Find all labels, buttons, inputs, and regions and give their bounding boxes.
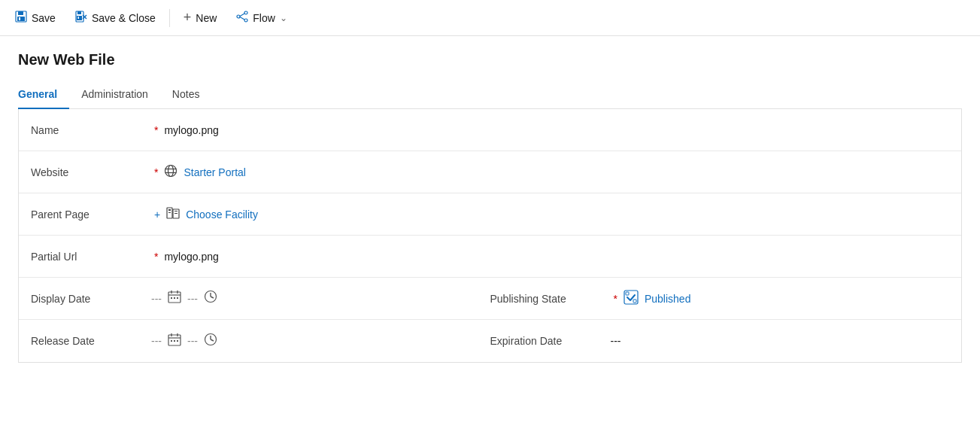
- svg-rect-44: [177, 340, 178, 342]
- page-content: New Web File General Administration Note…: [0, 36, 980, 378]
- save-close-icon: [75, 11, 87, 26]
- display-date-date-value[interactable]: ---: [151, 293, 162, 305]
- toolbar-divider: [169, 9, 170, 27]
- svg-rect-37: [633, 300, 636, 303]
- flow-button[interactable]: Flow ⌄: [227, 6, 296, 30]
- svg-rect-36: [626, 292, 629, 295]
- svg-rect-23: [174, 211, 177, 211]
- field-row-name: Name * mylogo.png: [19, 109, 961, 151]
- parent-page-label: Parent Page: [31, 208, 151, 221]
- publishing-state-text[interactable]: Published: [645, 293, 691, 305]
- svg-line-13: [240, 14, 244, 17]
- field-row-display-date: Display Date --- -: [19, 278, 961, 320]
- svg-point-15: [165, 166, 177, 177]
- display-date-section: Display Date --- -: [31, 290, 490, 307]
- release-date-label: Release Date: [31, 335, 151, 347]
- globe-icon: [164, 164, 177, 180]
- svg-rect-7: [77, 17, 79, 19]
- parent-page-value[interactable]: Choose Facility: [166, 207, 949, 221]
- svg-line-34: [211, 297, 214, 298]
- save-label: Save: [32, 12, 56, 24]
- svg-rect-24: [174, 213, 177, 214]
- svg-rect-3: [19, 17, 20, 20]
- new-label: New: [196, 12, 217, 24]
- website-label: Website: [31, 166, 151, 178]
- flow-label: Flow: [253, 12, 275, 24]
- partial-url-required-star: *: [154, 251, 158, 263]
- svg-rect-29: [171, 297, 172, 299]
- page-title: New Web File: [18, 51, 962, 68]
- save-close-button[interactable]: Save & Close: [66, 6, 165, 30]
- page-icon: [166, 207, 180, 221]
- field-row-website: Website * Starter Portal: [19, 151, 961, 193]
- parent-page-text[interactable]: Choose Facility: [186, 208, 258, 221]
- calendar-icon-release[interactable]: [168, 333, 181, 350]
- svg-point-16: [168, 166, 174, 177]
- svg-rect-30: [174, 297, 175, 299]
- tab-notes[interactable]: Notes: [160, 81, 212, 109]
- parent-page-plus: +: [154, 208, 160, 221]
- svg-rect-20: [168, 209, 171, 211]
- svg-rect-6: [77, 16, 82, 20]
- tabs: General Administration Notes: [18, 81, 962, 109]
- name-label: Name: [31, 124, 151, 136]
- release-date-date-value[interactable]: ---: [151, 335, 162, 347]
- field-row-parent-page: Parent Page + Choose Facility: [19, 193, 961, 236]
- publishing-state-label: Publishing State: [490, 293, 611, 305]
- tab-administration[interactable]: Administration: [69, 81, 160, 109]
- svg-rect-35: [624, 291, 638, 304]
- clock-icon-release: [204, 333, 217, 350]
- publishing-state-section: Publishing State * Published: [490, 290, 950, 307]
- flow-icon: [236, 11, 248, 26]
- field-row-release-date: Release Date --- -: [19, 320, 961, 362]
- svg-rect-2: [17, 17, 25, 21]
- svg-rect-42: [171, 340, 172, 342]
- tab-general[interactable]: General: [18, 81, 69, 109]
- publish-icon: [623, 290, 639, 307]
- website-value[interactable]: Starter Portal: [164, 164, 949, 180]
- svg-point-12: [244, 19, 247, 22]
- save-close-label: Save & Close: [92, 12, 156, 24]
- svg-rect-43: [174, 340, 175, 342]
- name-required-star: *: [154, 124, 158, 136]
- svg-point-10: [237, 15, 240, 18]
- svg-line-14: [240, 17, 244, 20]
- field-row-partial-url: Partial Url * mylogo.png: [19, 236, 961, 278]
- svg-rect-5: [77, 11, 81, 14]
- name-value[interactable]: mylogo.png: [164, 124, 949, 136]
- svg-point-11: [244, 11, 247, 14]
- flow-dropdown-arrow: ⌄: [280, 13, 287, 23]
- partial-url-label: Partial Url: [31, 251, 151, 263]
- publishing-state-required-star: *: [614, 293, 617, 305]
- partial-url-value[interactable]: mylogo.png: [164, 251, 949, 263]
- release-date-date: --- ---: [151, 333, 490, 350]
- expiration-date-value[interactable]: ---: [611, 335, 950, 347]
- calendar-icon-display[interactable]: [168, 290, 181, 307]
- new-button[interactable]: + New: [174, 5, 226, 30]
- form-area: Name * mylogo.png Website * Starter Port…: [18, 109, 962, 363]
- clock-icon-display: [204, 290, 217, 307]
- display-date-time-value[interactable]: ---: [187, 293, 198, 305]
- display-date-date: --- ---: [151, 290, 490, 307]
- svg-rect-31: [177, 297, 178, 299]
- plus-icon: +: [184, 10, 192, 26]
- svg-line-47: [211, 339, 214, 341]
- svg-rect-1: [18, 11, 23, 15]
- save-icon: [15, 11, 27, 26]
- expiration-date-section: Expiration Date ---: [490, 335, 950, 347]
- publishing-state-value[interactable]: Published: [623, 290, 949, 307]
- expiration-date-label: Expiration Date: [490, 335, 611, 347]
- svg-rect-21: [168, 212, 171, 213]
- release-date-section: Release Date --- -: [31, 333, 490, 350]
- save-button[interactable]: Save: [6, 6, 65, 30]
- display-date-label: Display Date: [31, 293, 151, 305]
- release-date-time-value[interactable]: ---: [187, 335, 198, 347]
- website-required-star: *: [154, 166, 158, 178]
- toolbar: Save Save & Close + New: [0, 0, 980, 36]
- website-text[interactable]: Starter Portal: [184, 166, 245, 178]
